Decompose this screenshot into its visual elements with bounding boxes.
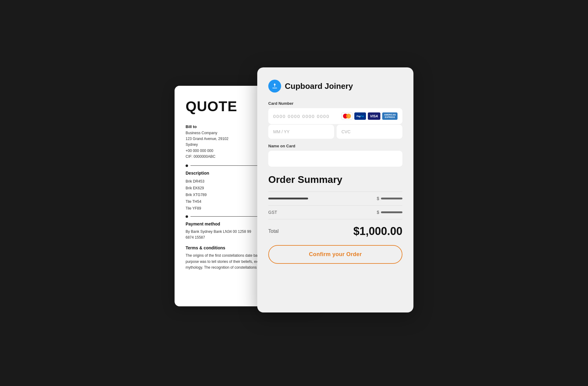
confirm-order-button[interactable]: Confirm your Order (268, 245, 402, 264)
gst-row: GST $ (268, 205, 402, 219)
order-summary-title: Order Summary (268, 174, 402, 185)
total-amount: $1,000.00 (353, 225, 402, 238)
name-on-card-field[interactable] (268, 151, 402, 167)
cvc-field[interactable]: CVC (337, 125, 402, 139)
item-amount: $ (377, 196, 402, 201)
gst-label: GST (268, 210, 277, 215)
paypal-logo: PayPal (354, 112, 366, 120)
payment-card: Cupboard Joinery Card Number 0000 0000 0… (257, 67, 413, 312)
mastercard-logo (341, 112, 352, 120)
amex-logo: AMERICANEXPRESS (382, 112, 398, 120)
brand-name: Cupboard Joinery (285, 81, 353, 91)
total-label: Total (268, 229, 279, 234)
visa-logo: VISA (368, 112, 381, 120)
card-number-placeholder: 0000 0000 0000 0000 (273, 114, 330, 119)
card-number-label: Card Number (268, 101, 402, 106)
cvc-placeholder: CVC (341, 129, 351, 134)
card-number-field: 0000 0000 0000 0000 PayPal VISA AMERICAN… (268, 108, 402, 124)
brand-icon (268, 80, 281, 93)
upload-icon (271, 83, 278, 89)
card-logos: PayPal VISA AMERICANEXPRESS (341, 112, 398, 120)
brand-header: Cupboard Joinery (268, 80, 402, 93)
expiry-field[interactable]: MM / YY (268, 125, 334, 139)
expiry-cvc-row: MM / YY CVC (268, 125, 402, 139)
expiry-placeholder: MM / YY (273, 129, 289, 134)
amount-bar (381, 198, 402, 199)
name-on-card-label: Name on Card (268, 144, 402, 148)
summary-section: $ GST $ (268, 191, 402, 219)
item-bar (268, 198, 308, 199)
gst-amount: $ (377, 210, 402, 215)
gst-amount-bar (381, 211, 402, 213)
total-row: Total $1,000.00 (268, 219, 402, 238)
summary-item-row: $ (268, 192, 402, 205)
